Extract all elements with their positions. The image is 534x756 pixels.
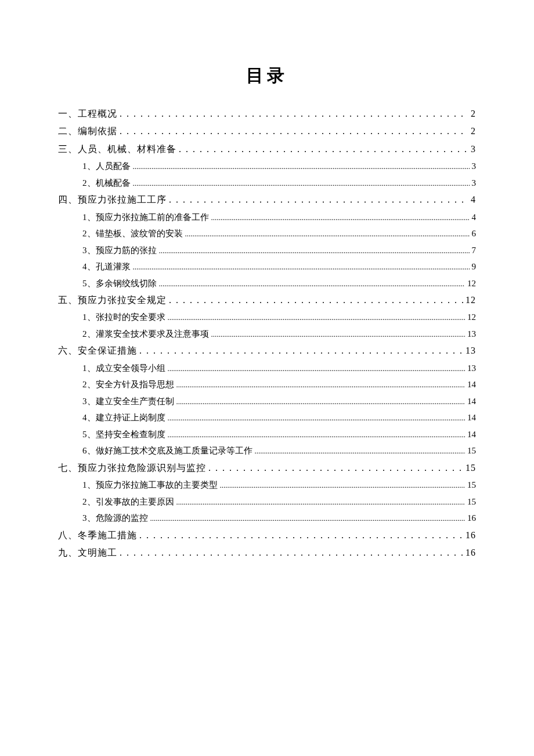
toc-entry-page: 14 [467,376,476,393]
toc-leader-dots [139,527,463,544]
toc-entry-page: 14 [467,393,476,410]
toc-entry-label: 1、张拉时的安全要求 [82,309,165,326]
toc-entry-label: 八、冬季施工措施 [58,527,137,544]
toc-leader-dots [176,395,466,409]
toc-entry-page: 16 [466,544,476,561]
toc-leader-dots [208,459,463,477]
toc-entry-page: 3 [472,175,477,192]
toc-entry-label: 2、安全方针及指导思想 [82,376,174,393]
toc-entry: 1、预应力张拉施工事故的主要类型15 [58,477,476,494]
toc-entry-page: 14 [467,409,476,426]
toc-entry-page: 12 [466,291,476,309]
toc-entry: 4、建立持证上岗制度14 [58,409,476,426]
toc-entry-label: 九、文明施工 [58,544,117,561]
toc-entry-label: 五、预应力张拉安全规定 [58,291,167,309]
toc-leader-dots [169,291,463,309]
toc-entry-label: 2、引发事故的主要原因 [82,494,174,510]
toc-entry-label: 一、工程概况 [58,105,117,123]
toc-list: 一、工程概况2二、编制依据2三、人员、机械、材料准备31、人员配备32、机械配备… [58,105,476,562]
toc-leader-dots [159,244,470,258]
toc-entry: 1、预应力张拉施工前的准备工作4 [58,209,476,226]
toc-leader-dots [176,378,466,393]
toc-entry: 一、工程概况2 [58,105,476,123]
toc-entry: 五、预应力张拉安全规定12 [58,291,476,309]
toc-leader-dots [139,342,463,359]
toc-entry-page: 13 [466,342,476,359]
toc-entry-label: 1、人员配备 [82,158,131,175]
toc-entry-label: 1、预应力张拉施工前的准备工作 [82,209,209,226]
toc-entry-label: 3、预应力筋的张拉 [82,242,157,259]
toc-leader-dots [159,277,466,291]
toc-leader-dots [120,544,463,561]
toc-entry: 2、引发事故的主要原因15 [58,494,476,510]
toc-entry: 1、成立安全领导小组13 [58,360,476,377]
toc-leader-dots [220,478,466,493]
toc-entry: 2、安全方针及指导思想14 [58,376,476,393]
toc-entry: 2、机械配备3 [58,175,476,192]
toc-leader-dots [133,160,470,174]
toc-entry-page: 9 [472,258,477,275]
toc-leader-dots [255,444,466,459]
toc-entry: 2、灌浆安全技术要求及注意事项13 [58,326,476,343]
toc-entry-page: 12 [467,309,476,326]
toc-entry-page: 4 [471,191,476,208]
toc-entry-page: 13 [467,326,476,343]
toc-entry: 1、张拉时的安全要求12 [58,309,476,326]
toc-leader-dots [120,105,468,123]
toc-entry-label: 2、灌浆安全技术要求及注意事项 [82,326,209,343]
toc-entry-label: 5、多余钢绞线切除 [82,275,157,292]
toc-entry-page: 15 [467,442,476,459]
toc-leader-dots [211,211,470,225]
toc-entry-page: 16 [467,510,476,527]
toc-entry-label: 1、预应力张拉施工事故的主要类型 [82,477,218,494]
toc-title: 目录 [58,64,476,88]
toc-entry: 4、孔道灌浆9 [58,258,476,275]
toc-entry-page: 14 [467,426,476,443]
toc-leader-dots [168,411,466,426]
toc-leader-dots [120,123,468,140]
toc-entry: 九、文明施工16 [58,544,476,561]
toc-entry: 三、人员、机械、材料准备3 [58,141,476,158]
toc-entry: 2、锚垫板、波纹管的安装6 [58,225,476,242]
toc-leader-dots [176,495,466,510]
toc-leader-dots [168,428,466,442]
toc-entry-label: 四、预应力张拉施工工序 [58,191,167,208]
toc-entry: 二、编制依据2 [58,123,476,140]
toc-entry: 6、做好施工技术交底及施工质量记录等工作15 [58,442,476,459]
toc-entry-label: 三、人员、机械、材料准备 [58,141,176,158]
toc-entry-label: 二、编制依据 [58,123,117,140]
toc-entry-label: 4、建立持证上岗制度 [82,409,165,426]
toc-entry-label: 3、建立安全生产责任制 [82,393,174,410]
toc-entry: 3、建立安全生产责任制14 [58,393,476,410]
toc-entry-label: 4、孔道灌浆 [82,258,131,275]
toc-leader-dots [150,512,466,526]
document-page: 目录 一、工程概况2二、编制依据2三、人员、机械、材料准备31、人员配备32、机… [0,0,534,562]
toc-entry: 六、安全保证措施13 [58,342,476,359]
toc-entry-label: 2、机械配备 [82,175,131,192]
toc-entry: 3、危险源的监控16 [58,510,476,527]
toc-entry: 5、多余钢绞线切除12 [58,275,476,292]
toc-entry-label: 七、预应力张拉危险源识别与监控 [58,459,206,477]
toc-entry-page: 15 [466,459,476,477]
toc-leader-dots [169,191,468,208]
toc-entry-page: 3 [471,141,476,158]
toc-entry-label: 1、成立安全领导小组 [82,360,165,377]
toc-leader-dots [133,260,470,275]
toc-entry-label: 5、坚持安全检查制度 [82,426,165,443]
toc-entry-label: 3、危险源的监控 [82,510,148,527]
toc-entry: 八、冬季施工措施16 [58,527,476,544]
toc-entry-page: 16 [466,527,476,544]
toc-entry: 1、人员配备3 [58,158,476,175]
toc-entry-page: 4 [472,209,477,226]
toc-entry-label: 2、锚垫板、波纹管的安装 [82,225,183,242]
toc-entry-page: 2 [471,123,476,140]
toc-leader-dots [168,362,466,376]
toc-entry-page: 7 [472,242,477,259]
toc-leader-dots [179,141,468,158]
toc-leader-dots [133,177,470,191]
toc-entry: 5、坚持安全检查制度14 [58,426,476,443]
toc-entry-label: 6、做好施工技术交底及施工质量记录等工作 [82,442,252,459]
toc-entry-page: 6 [472,225,477,242]
toc-leader-dots [168,311,466,325]
toc-leader-dots [185,227,470,242]
